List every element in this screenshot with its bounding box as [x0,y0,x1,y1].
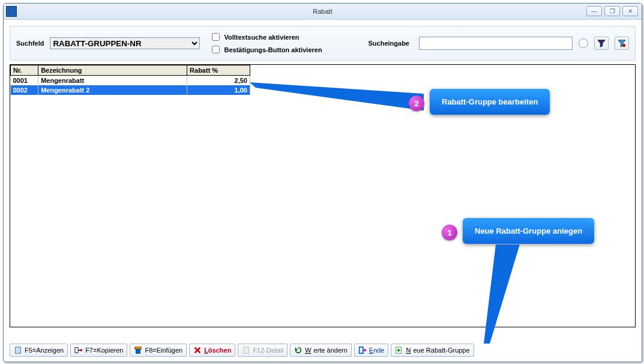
maximize-button[interactable]: ❐ [604,6,620,16]
search-bar: Suchfeld RABATT-GRUPPEN-NR Volltextsuche… [10,26,636,61]
minimize-button[interactable]: — [586,6,602,16]
col-header-rab[interactable]: Rabatt % [187,65,250,76]
table-row[interactable]: 0002Mengenrabatt 21,00 [11,85,250,95]
refresh-icon [294,346,302,354]
page-icon [14,346,22,354]
anzeigen-button[interactable]: F5=Anzeigen [10,344,68,357]
svg-rect-1 [16,347,21,354]
bestaetigung-checkbox[interactable] [212,46,220,53]
toolbar: F5=Anzeigen F7=Kopieren F8=Einfügen Lösc… [10,344,636,357]
delete-icon [193,346,202,354]
svg-rect-2 [75,348,78,353]
einfuegen-button[interactable]: F8=Einfügen [130,344,187,357]
exit-icon [358,346,367,354]
search-radio[interactable] [579,38,588,48]
svg-rect-5 [244,347,249,354]
new-icon [395,346,403,354]
werte-aendern-button[interactable]: Werte ändern [290,344,352,357]
funnel-clear-icon [618,39,626,47]
svg-rect-6 [360,347,363,354]
titlebar: Rabatt — ❐ ✕ [4,4,642,20]
neue-rabatt-gruppe-button[interactable]: Neue Rabatt-Gruppe [391,344,474,357]
loeschen-button[interactable]: Löschen [189,344,235,357]
table-row[interactable]: 0001Mengenrabatt2,50 [11,76,250,86]
svg-rect-3 [135,347,142,350]
filter-button[interactable] [594,37,609,50]
kopieren-button[interactable]: F7=Kopieren [70,344,127,357]
window: Rabatt — ❐ ✕ Suchfeld RABATT-GRUPPEN-NR … [3,3,642,362]
suchfeld-label: Suchfeld [16,40,44,47]
detail-icon [242,346,250,354]
col-header-nr[interactable]: Nr. [11,65,38,76]
volltext-checkbox-row[interactable]: Volltextsuche aktivieren [209,31,322,43]
volltext-checkbox[interactable] [212,33,220,41]
ende-button[interactable]: Ende [354,344,389,357]
window-title: Rabatt [4,8,642,15]
svg-rect-4 [136,349,140,353]
funnel-icon [597,39,606,47]
col-header-bez[interactable]: Bezeichnung [38,65,187,76]
paste-icon [134,346,142,354]
data-grid[interactable]: Nr. Bezeichnung Rabatt % 0001Mengenrabat… [10,64,636,327]
bestaetigung-checkbox-row[interactable]: Bestätigungs-Button aktivieren [209,44,322,55]
filter-clear-button[interactable] [615,37,629,50]
svg-point-0 [622,44,625,47]
suchfeld-select[interactable]: RABATT-GRUPPEN-NR [50,37,200,49]
detail-button: F12-Detail [238,344,287,357]
sucheingabe-label: Sucheingabe [369,40,409,47]
sucheingabe-input[interactable] [419,37,573,50]
copy-out-icon [74,346,83,354]
close-button[interactable]: ✕ [622,6,638,16]
